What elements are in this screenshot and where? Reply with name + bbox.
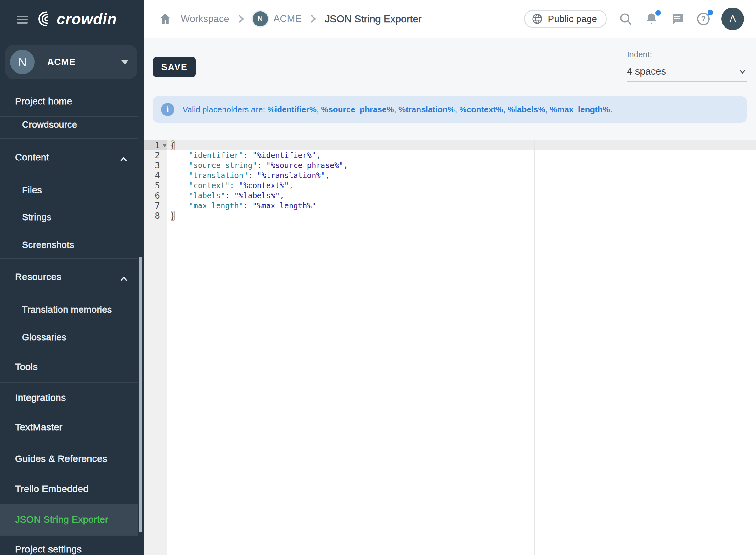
info-banner: i Valid placeholders are: %identifier%, … [153,96,747,123]
sidebar-item-screenshots[interactable]: Screenshots [0,231,138,259]
breadcrumb-home[interactable] [159,12,172,26]
sidebar-item-guides-references[interactable]: Guides & References [0,445,138,473]
code-line: "identifier": "%identifier%", [167,151,756,161]
sidebar-divider [0,382,138,383]
sidebar-header: crowdin [0,0,143,38]
sidebar-item-label: Project home [15,96,72,106]
sidebar-item-project-settings[interactable]: Project settings [0,536,138,555]
indent-label: Indent: [627,50,652,59]
sidebar-item-label: Strings [22,212,51,222]
chevron-up-icon [120,154,128,165]
breadcrumb-project-badge: N [253,11,268,27]
project-switcher[interactable]: N ACME [5,45,137,79]
editor-code[interactable]: { "identifier": "%identifier%", "source_… [167,140,756,555]
sidebar-item-label: TextMaster [15,422,62,433]
sidebar-item-tools[interactable]: Tools [0,353,138,381]
fold-arrow-icon[interactable] [162,144,167,147]
sidebar-item-translation-memories[interactable]: Translation memories [0,296,138,324]
notifications-button[interactable] [644,12,659,26]
code-line: "context": "%context%", [167,181,756,191]
sidebar-divider [0,86,138,86]
sidebar-item-integrations[interactable]: Integrations [0,384,138,412]
indent-select[interactable]: 4 spaces [627,62,747,82]
sidebar-item-trello-embedded[interactable]: Trello Embedded [0,475,138,503]
sidebar-item-label: Trello Embedded [15,483,88,494]
editor-gutter: 12345678 [143,140,167,555]
public-page-label: Public page [548,13,597,24]
chevron-up-icon [120,274,128,285]
chevron-down-icon [738,67,747,76]
topbar: WorkspaceNACMEJSON String Exporter Publi… [143,0,756,38]
sidebar-item-label: Guides & References [15,454,107,464]
sidebar-item-label: Resources [15,271,61,282]
sidebar-item-label: Glossaries [22,332,67,343]
sidebar-divider [0,352,138,352]
sidebar-item-label: JSON String Exporter [15,514,108,525]
sidebar-item-files[interactable]: Files [0,176,138,204]
sidebar-item-label: Crowdsource [22,120,77,130]
help-dot [708,10,713,15]
chevron-right-icon [238,14,245,24]
save-button[interactable]: SAVE [153,57,196,77]
breadcrumb-label: Workspace [181,13,229,25]
gutter-line-number: 5 [143,181,167,191]
code-line: "max_length": "%max_length%" [167,201,756,211]
crowdin-logo-icon [35,10,53,28]
search-icon [619,12,633,26]
globe-icon [532,13,543,24]
sidebar-item-strings[interactable]: Strings [0,203,138,231]
breadcrumb-label: JSON String Exporter [325,13,422,25]
sidebar-item-label: Screenshots [22,240,74,250]
gutter-line-number: 3 [143,161,167,171]
sidebar-item-crowdsource[interactable]: Crowdsource [0,111,138,138]
gutter-line-number: 6 [143,191,167,201]
home-icon[interactable] [159,12,172,26]
crowdin-logo[interactable]: crowdin [35,9,117,28]
indent-value: 4 spaces [627,66,666,77]
code-line: } [167,211,756,221]
info-icon: i [161,103,174,116]
project-avatar: N [10,50,35,74]
notification-dot [655,10,661,16]
breadcrumb: WorkspaceNACMEJSON String Exporter [143,0,422,38]
messages-button[interactable] [670,12,684,26]
help-button[interactable]: ? [696,12,711,26]
topbar-actions: Public page ? A [524,0,756,38]
project-name: ACME [47,45,76,79]
breadcrumb-item-json-string-exporter: JSON String Exporter [325,13,422,25]
public-page-button[interactable]: Public page [524,10,607,28]
code-line: "translation": "%translation%", [167,171,756,181]
sidebar-item-content[interactable]: Content [0,143,138,171]
code-line: { [167,140,756,151]
breadcrumb-item-workspace[interactable]: Workspace [181,13,229,25]
sidebar-item-label: Integrations [15,392,66,403]
logo-text: crowdin [57,10,117,28]
sidebar-item-label: Project settings [15,544,82,555]
svg-text:?: ? [701,14,706,23]
code-line: "labels": "%labels%", [167,191,756,201]
sidebar-item-resources[interactable]: Resources [0,263,138,291]
search-button[interactable] [619,12,633,26]
breadcrumb-item-acme[interactable]: NACME [253,11,302,27]
sidebar-item-glossaries[interactable]: Glossaries [0,324,138,351]
gutter-line-number: 1 [143,140,167,151]
chevron-right-icon [310,14,317,24]
sidebar-item-textmaster[interactable]: TextMaster [0,414,138,441]
caret-down-icon [122,60,128,64]
app: crowdin N ACME Project homeCrowdsourceCo… [0,0,756,555]
info-banner-text: Valid placeholders are: %identifier%, %s… [182,105,612,115]
code-editor[interactable]: 12345678 { "identifier": "%identifier%",… [143,140,756,555]
sidebar-scrollbar[interactable] [139,257,142,532]
sidebar-item-label: Translation memories [22,305,112,315]
gutter-line-number: 2 [143,151,167,161]
chat-icon [670,12,684,26]
breadcrumb-label: ACME [274,13,302,25]
gutter-line-number: 7 [143,201,167,211]
sidebar-divider [0,138,138,139]
menu-icon[interactable] [17,16,28,24]
sidebar-item-json-string-exporter[interactable]: JSON String Exporter [0,504,138,535]
gutter-line-number: 8 [143,211,167,221]
gutter-line-number: 4 [143,171,167,181]
sidebar: crowdin N ACME Project homeCrowdsourceCo… [0,0,143,555]
user-avatar[interactable]: A [721,7,744,30]
